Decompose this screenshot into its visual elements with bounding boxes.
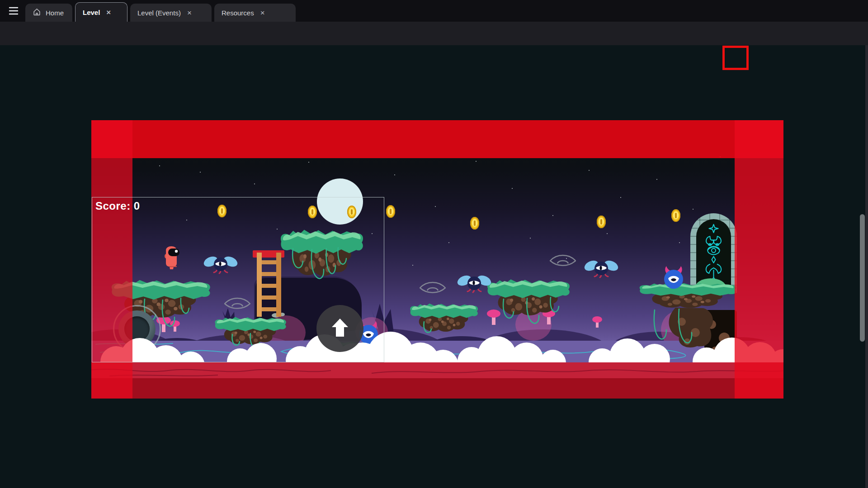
lava-band[interactable] (91, 362, 783, 399)
tab-label: Level (83, 9, 100, 16)
vertical-scrollbar[interactable] (860, 214, 865, 342)
coin-sprite[interactable] (470, 217, 479, 230)
scene-canvas[interactable]: Score: 0 2283;-300 (0, 45, 868, 488)
horned-enemy-sprite[interactable] (661, 265, 686, 289)
hamburger-icon (7, 11, 20, 18)
tab-level[interactable]: Level × (75, 2, 127, 22)
home-icon (33, 8, 41, 18)
close-tab-icon[interactable]: × (259, 8, 267, 18)
close-tab-icon[interactable]: × (185, 8, 193, 18)
score-hud-text[interactable]: Score: 0 (95, 200, 140, 212)
tab-level-events[interactable]: Level (Events) × (130, 4, 212, 22)
fly-enemy-sprite[interactable] (584, 258, 618, 279)
level-scene[interactable]: Score: 0 (91, 120, 783, 399)
canvas-edge (865, 45, 868, 488)
selection-rectangle[interactable] (92, 197, 384, 362)
lava-waves (91, 362, 783, 378)
tab-home[interactable]: Home (25, 4, 72, 22)
tab-label: Home (46, 9, 64, 17)
lava-band-top (91, 362, 783, 378)
tab-resources[interactable]: Resources × (214, 4, 296, 22)
app-window: Home Level × Level (Events) × Resources … (0, 0, 868, 488)
tab-label: Level (Events) (137, 9, 181, 17)
coin-sprite[interactable] (386, 205, 395, 218)
tab-bar: Home Level × Level (Events) × Resources … (0, 0, 868, 22)
tab-label: Resources (222, 9, 254, 17)
coin-sprite[interactable] (671, 209, 680, 222)
fly-enemy-sprite[interactable] (457, 273, 491, 294)
lava-band-bottom (91, 378, 783, 399)
close-tab-icon[interactable]: × (104, 8, 113, 17)
coin-sprite[interactable] (597, 216, 606, 228)
toolbar: Preview Publish (0, 22, 868, 45)
main-menu-button[interactable] (5, 5, 19, 18)
